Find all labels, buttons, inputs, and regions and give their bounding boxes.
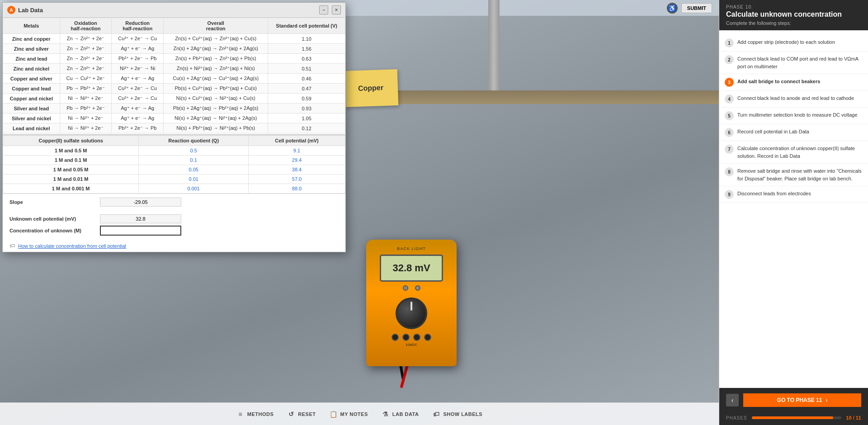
multimeter-display: 32.8 mV — [380, 255, 443, 282]
step-number: 6 — [725, 128, 734, 137]
port-ma — [413, 334, 420, 341]
table-row: Silver and lead Pb → Pb²⁺ + 2e⁻ Ag⁺ + e⁻… — [3, 104, 345, 113]
overall-cell: Zn(s) + Ni²⁺(aq) → Zn²⁺(aq) + Ni(s) — [164, 64, 268, 74]
phase-subtitle: Complete the following steps: — [726, 20, 861, 26]
unknown-section: Unknown cell potential (mV) 32.8 Concent… — [3, 212, 345, 240]
step-item: 7 Calculate concentration of unknown cop… — [719, 141, 868, 164]
step-item: 1 Add copper strip (electrode) to each s… — [719, 35, 868, 52]
metals-cell: Silver and nickel — [3, 113, 60, 123]
q-cell: 0.01 — [139, 175, 249, 184]
col-potential: Standard cell potential (V) — [268, 18, 345, 34]
phases-progress-bar — [752, 416, 842, 419]
toolbar-lab-data[interactable]: ⚗ LAB DATA — [382, 410, 419, 418]
accessibility-icon[interactable]: ♿ — [667, 3, 678, 14]
unknown-potential-value: 32.8 — [100, 214, 181, 223]
step-text: Remove salt bridge and rinse with water … — [737, 167, 863, 182]
step-text: Record cell potential in Lab Data — [737, 128, 809, 136]
step-number: 4 — [725, 94, 734, 104]
step-text: Calculate concentration of unknown coppe… — [737, 145, 863, 160]
concentration-link[interactable]: How to calculate concentration from cell… — [18, 243, 126, 249]
port-10a — [424, 334, 431, 341]
col-solution: Copper(II) sulfate solutions — [3, 136, 139, 146]
overall-cell: Ni(s) + Cu²⁺(aq) → Ni²⁺(aq) + Cu(s) — [164, 94, 268, 104]
unknown-potential-row: Unknown cell potential (mV) 32.8 — [9, 214, 339, 223]
copper-table-container: Copper(II) sulfate solutions Reaction qu… — [3, 134, 345, 194]
phase-btn-arrow: › — [826, 397, 827, 403]
labels-icon: 🏷 — [432, 410, 440, 418]
q-cell: 0.001 — [139, 184, 249, 194]
step-item: 3 Add salt bridge to connect beakers — [719, 74, 868, 91]
overall-cell: Pb(s) + Cu²⁺(aq) → Pb²⁺(aq) + Cu(s) — [164, 84, 268, 94]
oxidation-cell: Zn → Zn²⁺ + 2e⁻ — [60, 64, 112, 74]
potential-cell: 0.46 — [268, 74, 345, 84]
col-oxidation: Oxidationhalf-reaction — [60, 18, 112, 34]
reduction-cell: Pb²⁺ + 2e⁻ → Pb — [112, 54, 164, 64]
phase-nav: ‹ GO TO PHASE 11 › — [719, 388, 868, 412]
table-row: 1 M and 0.05 M 0.05 38.4 — [3, 165, 345, 175]
tag-icon: 🏷 — [9, 242, 15, 249]
table-row: 1 M and 0.1 M 0.1 29.4 — [3, 156, 345, 165]
modal-controls: − × — [319, 5, 341, 14]
cp-cell: 88.0 — [249, 184, 345, 194]
oxidation-cell: Ni → Ni²⁺ + 2e⁻ — [60, 94, 112, 104]
oxidation-cell: Pb → Pb²⁺ + 2e⁻ — [60, 84, 112, 94]
reduction-cell: Ag⁺ + e⁻ → Ag — [112, 104, 164, 113]
table-row: Zinc and nickel Zn → Zn²⁺ + 2e⁻ Ni²⁺ + 2… — [3, 64, 345, 74]
slope-section: Slope -29.05 — [3, 194, 345, 212]
unknown-potential-label: Unknown cell potential (mV) — [9, 216, 100, 222]
table-row: Zinc and copper Zn → Zn²⁺ + 2e⁻ Cu²⁺ + 2… — [3, 34, 345, 44]
step-text: Add copper strip (electrode) to each sol… — [737, 38, 835, 46]
phase-btn-label: GO TO PHASE 11 — [777, 397, 822, 403]
metals-cell: Copper and lead — [3, 84, 60, 94]
step-number: 7 — [725, 145, 734, 154]
prev-phase-button[interactable]: ‹ — [726, 394, 739, 406]
slope-row: Slope -29.05 — [9, 198, 339, 207]
phases-indicator: PHASES 10 / 11 — [719, 412, 868, 425]
potential-cell: 1.10 — [268, 34, 345, 44]
step-item: 6 Record cell potential in Lab Data — [719, 124, 868, 141]
go-to-phase-button[interactable]: GO TO PHASE 11 › — [743, 393, 861, 407]
table-row: Copper and nickel Ni → Ni²⁺ + 2e⁻ Cu²⁺ +… — [3, 94, 345, 104]
table-row: 1 M and 0.001 M 0.001 88.0 — [3, 184, 345, 194]
solution-cell: 1 M and 0.05 M — [3, 165, 139, 175]
table-row: Copper and silver Cu → Cu²⁺ + 2e⁻ Ag⁺ + … — [3, 74, 345, 84]
solution-cell: 1 M and 0.5 M — [3, 146, 139, 156]
submit-button[interactable]: SUBMIT — [681, 3, 712, 13]
step-item: 2 Connect black lead to COM port and red… — [719, 52, 868, 74]
steps-list: 1 Add copper strip (electrode) to each s… — [719, 30, 868, 388]
cp-cell: 38.4 — [249, 165, 345, 175]
cp-cell: 9.1 — [249, 146, 345, 156]
metals-cell: Zinc and nickel — [3, 64, 60, 74]
toolbar-show-labels[interactable]: 🏷 SHOW LABELS — [432, 410, 482, 418]
concentration-input[interactable] — [100, 226, 181, 236]
reduction-cell: Cu²⁺ + 2e⁻ → Cu — [112, 34, 164, 44]
col-q: Reaction quotient (Q) — [139, 136, 249, 146]
oxidation-cell: Ni → Ni²⁺ + 2e⁻ — [60, 113, 112, 123]
col-cell-potential: Cell potential (mV) — [249, 136, 345, 146]
table-row: Zinc and silver Zn → Zn²⁺ + 2e⁻ Ag⁺ + e⁻… — [3, 44, 345, 54]
table-row: 1 M and 0.5 M 0.5 9.1 — [3, 146, 345, 156]
col-reduction: Reductionhalf-reaction — [112, 18, 164, 34]
step-text: Connect black lead to COM port and red l… — [737, 55, 863, 70]
minimize-button[interactable]: − — [319, 5, 328, 14]
lab-data-label: LAB DATA — [392, 411, 419, 417]
toolbar-reset[interactable]: ↺ RESET — [287, 410, 316, 418]
close-button[interactable]: × — [332, 5, 341, 14]
solution-cell: 1 M and 0.01 M — [3, 175, 139, 184]
multimeter-knob[interactable] — [396, 298, 427, 329]
reduction-cell: Pb²⁺ + 2e⁻ → Pb — [112, 123, 164, 133]
overall-cell: Zn(s) + Cu²⁺(aq) → Zn²⁺(aq) + Cu(s) — [164, 34, 268, 44]
overall-cell: Cu(s) + 2Ag⁺(aq) → Cu²⁺(aq) + 2Ag(s) — [164, 74, 268, 84]
toolbar-methods[interactable]: ≡ METHODS — [236, 410, 274, 418]
toolbar-notes[interactable]: 📋 MY NOTES — [330, 410, 368, 418]
overall-cell: Ni(s) + 2Ag⁺(aq) → Ni²⁺(aq) + 2Ag(s) — [164, 113, 268, 123]
metals-cell: Zinc and lead — [3, 54, 60, 64]
table-row: 1 M and 0.01 M 0.01 57.0 — [3, 175, 345, 184]
oxidation-cell: Ni → Ni²⁺ + 2e⁻ — [60, 123, 112, 133]
step-item: 8 Remove salt bridge and rinse with wate… — [719, 164, 868, 186]
overall-cell: Pb(s) + 2Ag⁺(aq) → Pb²⁺(aq) + 2Ag(s) — [164, 104, 268, 113]
potential-cell: 0.93 — [268, 104, 345, 113]
modal-header: A Lab Data − × — [3, 3, 345, 18]
methods-icon: ≡ — [236, 410, 245, 418]
step-item: 5 Turn multimeter selection knob to meas… — [719, 108, 868, 124]
